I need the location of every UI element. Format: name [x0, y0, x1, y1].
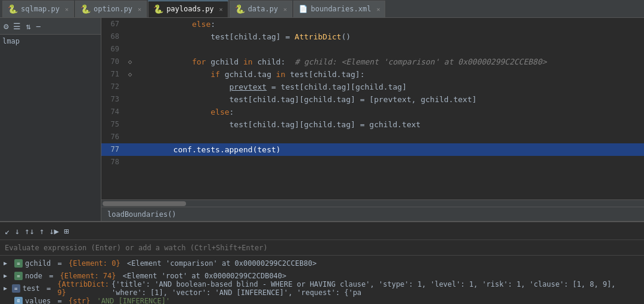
- line-code-72: prevtext = test[child.tag][gchild.tag]: [136, 81, 644, 93]
- debug-var-test[interactable]: ▶ = test = {AttribDict: 9} {'title': 'AN…: [0, 282, 644, 294]
- code-line-69: 69: [101, 43, 644, 56]
- scrollbar-thumb[interactable]: [103, 201, 186, 206]
- tab-bar: 🐍 sqlmap.py ✕ 🐍 option.py ✕ 🐍 payloads.p…: [0, 0, 644, 18]
- tab-close-sqlmap[interactable]: ✕: [65, 6, 69, 13]
- line-code-77: conf.tests.append(test): [136, 143, 644, 156]
- breadcrumb-text: loadBoundaries(): [107, 210, 177, 219]
- python-icon-sqlmap: 🐍: [8, 4, 18, 14]
- main-area: ⚙ ☰ ⇅ − lmap 67 else: 68: [0, 18, 644, 221]
- line-code-74: else:: [136, 106, 644, 118]
- line-num-72: 72: [101, 81, 124, 93]
- var-name-node: node: [25, 272, 42, 280]
- var-name-values: values: [25, 297, 51, 305]
- line-code-71: if gchild.tag in test[child.tag]:: [136, 68, 644, 81]
- code-line-71: 71 ◇ if gchild.tag in test[child.tag]:: [101, 68, 644, 81]
- toolbar-icons: ⚙ ☰ ⇅ −: [0, 18, 101, 35]
- sort-icon[interactable]: ⇅: [26, 22, 30, 31]
- gutter-70: ◇: [124, 56, 136, 68]
- code-line-70: 70 ◇ for gchild in child: # gchild: <Ele…: [101, 56, 644, 68]
- type-icon-gchild: =: [14, 259, 23, 268]
- var-name-gchild: gchild: [25, 259, 51, 268]
- tab-close-boundaries[interactable]: ✕: [376, 6, 380, 13]
- lmap-label: lmap: [2, 37, 20, 45]
- line-num-69: 69: [101, 43, 124, 56]
- line-num-68: 68: [101, 30, 124, 43]
- bottom-panel: ↙ ↓ ↑↓ ↑ ↓▶ ⊞ ▶ = gchild = {Element: 0} …: [0, 221, 644, 304]
- tab-sqlmap[interactable]: 🐍 sqlmap.py ✕: [2, 1, 74, 17]
- tab-payloads[interactable]: 🐍 payloads.py ✕: [148, 1, 228, 17]
- code-line-67: 67 else:: [101, 18, 644, 30]
- tab-data[interactable]: 🐍 data.py ✕: [230, 1, 293, 17]
- bottom-toolbar: ↙ ↓ ↑↓ ↑ ↓▶ ⊞: [0, 222, 644, 240]
- type-icon-test: =: [12, 284, 20, 293]
- tab-boundaries[interactable]: 📄 boundaries.xml ✕: [293, 1, 385, 17]
- var-eq-gchild: =: [53, 259, 66, 268]
- code-content[interactable]: 67 else: 68 test[child.tag] = AttribDict…: [101, 18, 644, 199]
- code-lines: 67 else: 68 test[child.tag] = AttribDict…: [101, 18, 644, 199]
- code-line-76: 76: [101, 131, 644, 143]
- line-code-70: for gchild in child: # gchild: <Element …: [136, 56, 644, 68]
- minus-icon[interactable]: −: [36, 22, 41, 31]
- var-detail-values: 'AND [INFERENCE]': [97, 297, 170, 305]
- editor-area[interactable]: 67 else: 68 test[child.tag] = AttribDict…: [101, 18, 644, 221]
- code-line-77: 77 conf.tests.append(test): [101, 143, 644, 156]
- xml-icon-boundaries: 📄: [299, 5, 308, 13]
- editor-scrollbar[interactable]: [101, 199, 644, 207]
- eval-input-area[interactable]: [0, 240, 644, 256]
- step-into-icon[interactable]: ↙: [5, 226, 10, 236]
- line-num-70: 70: [101, 56, 124, 68]
- expand-values-icon[interactable]: [4, 297, 12, 304]
- tab-close-data[interactable]: ✕: [283, 6, 287, 13]
- run-to-cursor-icon[interactable]: ↑: [39, 226, 44, 236]
- var-name-test: test: [23, 284, 40, 293]
- debug-vars: ▶ = gchild = {Element: 0} <Element 'comp…: [0, 256, 644, 304]
- eval-input[interactable]: [5, 244, 639, 252]
- tab-close-option[interactable]: ✕: [138, 6, 141, 13]
- code-line-72: 72 prevtext = test[child.tag][gchild.tag…: [101, 81, 644, 93]
- line-code-67: else:: [136, 18, 644, 30]
- left-panel-content: lmap: [0, 35, 101, 221]
- eval-icon[interactable]: ↓▶: [49, 226, 59, 236]
- type-icon-node: =: [14, 272, 23, 280]
- line-num-77: 77: [101, 143, 124, 156]
- step-out-icon[interactable]: ↑↓: [24, 226, 35, 236]
- list-icon[interactable]: ☰: [13, 22, 21, 31]
- debug-var-gchild[interactable]: ▶ = gchild = {Element: 0} <Element 'comp…: [0, 257, 644, 269]
- var-detail-gchild: <Element 'comparison' at 0x00000299C2CCE…: [127, 259, 317, 268]
- line-num-71: 71: [101, 68, 124, 81]
- step-over-icon[interactable]: ↓: [14, 226, 19, 236]
- tab-label-payloads: payloads.py: [166, 5, 213, 13]
- settings-icon[interactable]: ⚙: [4, 22, 8, 31]
- var-type-node: {Element: 74}: [60, 272, 120, 280]
- line-num-67: 67: [101, 18, 124, 30]
- python-icon-payloads: 🐍: [153, 4, 163, 14]
- expand-test-icon[interactable]: ▶: [4, 285, 10, 291]
- expand-gchild-icon[interactable]: ▶: [4, 260, 12, 266]
- var-type-gchild: {Element: 0}: [69, 259, 125, 268]
- code-line-75: 75 test[child.tag][gchild.tag] = gchild.…: [101, 118, 644, 131]
- line-code-75: test[child.tag][gchild.tag] = gchild.tex…: [136, 118, 644, 131]
- tab-label-sqlmap: sqlmap.py: [21, 5, 60, 13]
- code-line-73: 73 test[child.tag][gchild.tag] = [prevte…: [101, 93, 644, 106]
- expand-node-icon[interactable]: ▶: [4, 272, 12, 279]
- code-line-78: 78: [101, 156, 644, 168]
- left-panel: ⚙ ☰ ⇅ − lmap: [0, 18, 101, 221]
- line-num-75: 75: [101, 118, 124, 131]
- tab-close-payloads[interactable]: ✕: [219, 6, 223, 13]
- code-line-68: 68 test[child.tag] = AttribDict(): [101, 30, 644, 43]
- var-detail-test: {'title': 'AND boolean-based blind - WHE…: [112, 280, 640, 297]
- var-type-values: {str}: [69, 297, 94, 305]
- python-icon-data: 🐍: [235, 4, 245, 14]
- tab-label-option: option.py: [94, 5, 132, 13]
- line-code-68: test[child.tag] = AttribDict(): [136, 30, 644, 43]
- code-line-74: 74 else:: [101, 106, 644, 118]
- tab-option[interactable]: 🐍 option.py ✕: [75, 1, 147, 17]
- line-num-76: 76: [101, 131, 124, 143]
- line-num-78: 78: [101, 156, 124, 168]
- tab-label-data: data.py: [248, 5, 278, 13]
- breadcrumb-bar: loadBoundaries(): [101, 207, 644, 221]
- var-eq-values: =: [53, 297, 66, 305]
- watch-icon[interactable]: ⊞: [64, 226, 69, 236]
- var-detail-node: <Element 'root' at 0x00000299C2CDB040>: [123, 272, 287, 280]
- line-code-73: test[child.tag][gchild.tag] = [prevtext,…: [136, 93, 644, 106]
